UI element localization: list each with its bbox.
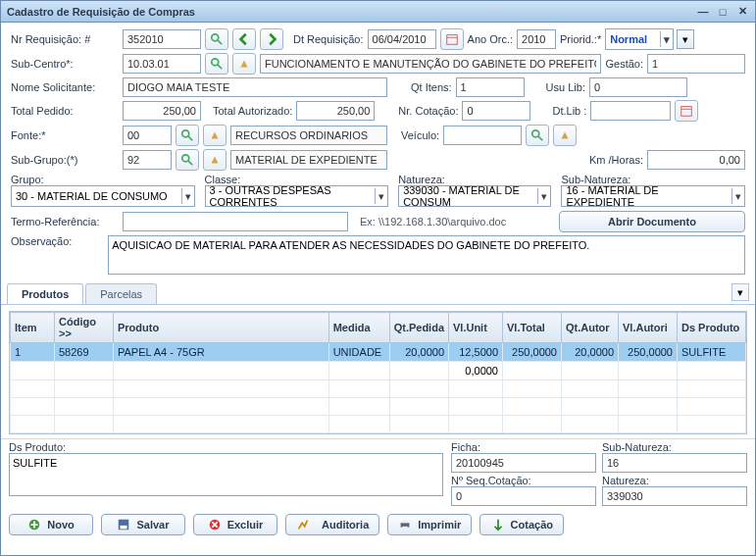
search-icon[interactable]: [205, 28, 228, 50]
sub-centro-desc: [260, 54, 601, 74]
maximize-icon[interactable]: □: [716, 5, 730, 19]
svg-rect-19: [403, 521, 408, 524]
brush-icon[interactable]: [203, 149, 227, 171]
tab-dropdown-icon[interactable]: ▾: [731, 283, 749, 301]
veiculo-field[interactable]: [443, 126, 522, 145]
close-icon[interactable]: ✕: [735, 5, 749, 19]
next-icon[interactable]: [260, 28, 283, 50]
excluir-button[interactable]: Excluir: [193, 514, 277, 535]
km-horas-field[interactable]: [647, 150, 745, 170]
svg-rect-20: [403, 527, 408, 530]
label-nome-sol: Nome Solicitante:: [11, 81, 119, 93]
col-vlaut[interactable]: Vl.Autori: [619, 313, 678, 343]
dt-lib-field[interactable]: [590, 101, 671, 121]
label-usu-lib: Usu Lib:: [546, 81, 585, 93]
col-dsprod[interactable]: Ds Produto: [678, 313, 746, 343]
total-aut-field: [296, 101, 375, 121]
col-medida[interactable]: Medida: [328, 313, 389, 343]
col-vltotal[interactable]: Vl.Total: [503, 313, 562, 343]
nome-sol-field[interactable]: [123, 77, 387, 97]
label-dt-req: Dt Requisição:: [293, 33, 364, 45]
sub-grupo-desc: [230, 150, 387, 170]
no-seq-field[interactable]: [451, 486, 596, 506]
label-ds-produto: Ds Produto:: [9, 441, 443, 453]
tab-parcelas[interactable]: Parcelas: [85, 283, 157, 304]
table-row[interactable]: 1 58269 PAPEL A4 - 75GR UNIDADE 20,0000 …: [11, 343, 746, 362]
brush-icon[interactable]: [553, 125, 577, 146]
grupo-select[interactable]: 30 - MATERIAL DE CONSUMO: [11, 185, 195, 207]
ds-produto-field[interactable]: [9, 453, 443, 496]
calendar-icon[interactable]: [675, 100, 698, 122]
col-item[interactable]: Item: [11, 313, 55, 343]
table-row[interactable]: [11, 416, 746, 433]
calendar-icon[interactable]: [440, 28, 464, 50]
label-fonte: Fonte:*: [11, 129, 119, 141]
priorid-select[interactable]: Normal: [605, 28, 674, 50]
label-grupo: Grupo:: [11, 174, 195, 185]
dt-req-field[interactable]: [368, 29, 436, 49]
col-qtped[interactable]: Qt.Pedida: [389, 313, 448, 343]
classe-select[interactable]: 3 - OUTRAS DESPESAS CORRENTES: [205, 185, 389, 207]
svg-point-10: [532, 130, 539, 137]
usu-lib-field[interactable]: [589, 77, 687, 97]
label-dt-lib: Dt.Lib :: [552, 105, 586, 117]
sub-centro-field[interactable]: [123, 54, 201, 74]
label-sub-centro: Sub-Centro*:: [11, 58, 119, 70]
svg-point-12: [182, 155, 189, 162]
label-nr-req: Nr Requisição: #: [11, 33, 119, 45]
natureza-select[interactable]: 339030 - MATERIAL DE CONSUM: [398, 185, 551, 207]
label-sub-nat2: Sub-Natureza:: [602, 441, 747, 453]
gestao-field[interactable]: [647, 54, 745, 74]
salvar-button[interactable]: Salvar: [101, 514, 185, 535]
sub-grupo-field[interactable]: [123, 150, 172, 170]
svg-line-5: [218, 65, 222, 69]
label-ficha: Ficha:: [451, 441, 596, 453]
obs-field[interactable]: [108, 235, 745, 275]
col-vlunit[interactable]: Vl.Unit: [449, 313, 503, 343]
label-total-aut: Total Autorizado:: [213, 105, 292, 117]
auditoria-button[interactable]: Auditoria: [285, 514, 379, 535]
search-icon[interactable]: [526, 125, 549, 146]
table-row[interactable]: [11, 380, 746, 398]
brush-icon[interactable]: [232, 53, 256, 75]
search-icon[interactable]: [176, 149, 199, 171]
label-nr-cot: Nr. Cotação:: [398, 105, 458, 117]
tab-produtos[interactable]: Produtos: [7, 283, 83, 304]
ano-orc-field[interactable]: [517, 29, 556, 49]
novo-button[interactable]: Novo: [9, 514, 93, 535]
search-icon[interactable]: [176, 125, 199, 146]
table-row[interactable]: 0,0000: [11, 362, 746, 380]
sub-nat-select[interactable]: 16 - MATERIAL DE EXPEDIENTE: [561, 185, 745, 207]
cotacao-button[interactable]: Cotação: [479, 514, 564, 535]
svg-point-8: [182, 130, 189, 137]
col-produto[interactable]: Produto: [114, 313, 329, 343]
fonte-desc: [230, 126, 387, 145]
abrir-documento-button[interactable]: Abrir Documento: [559, 211, 745, 232]
ficha-field[interactable]: [451, 453, 596, 473]
brush-icon[interactable]: [203, 125, 227, 146]
sub-nat2-field[interactable]: [602, 453, 747, 473]
natureza2-field[interactable]: [602, 486, 747, 506]
label-veiculo: Veículo:: [401, 129, 439, 141]
nr-req-field[interactable]: [123, 29, 201, 49]
fonte-field[interactable]: [123, 126, 172, 145]
qt-itens-field[interactable]: [456, 77, 525, 97]
svg-rect-6: [681, 107, 692, 117]
minimize-icon[interactable]: —: [696, 5, 710, 19]
table-row[interactable]: [11, 398, 746, 416]
grid-produtos: Item Código >> Produto Medida Qt.Pedida …: [9, 311, 747, 434]
label-sub-grupo: Sub-Grupo:(*): [11, 154, 119, 166]
priorid-dropdown-icon[interactable]: ▾: [677, 29, 694, 49]
svg-rect-16: [121, 526, 127, 530]
search-icon[interactable]: [205, 53, 228, 75]
svg-line-9: [188, 136, 192, 140]
prev-icon[interactable]: [232, 28, 256, 50]
termo-ref-field[interactable]: [123, 212, 348, 231]
nr-cot-field[interactable]: [462, 101, 530, 121]
col-qtaut[interactable]: Qt.Autor: [562, 313, 619, 343]
label-no-seq: Nº Seq.Cotação:: [451, 475, 596, 486]
label-ex: Ex: \\192.168.1.30\arquivo.doc: [360, 216, 506, 227]
label-obs: Observação:: [11, 235, 104, 247]
col-codigo[interactable]: Código >>: [55, 313, 114, 343]
imprimir-button[interactable]: Imprimir: [387, 514, 472, 535]
